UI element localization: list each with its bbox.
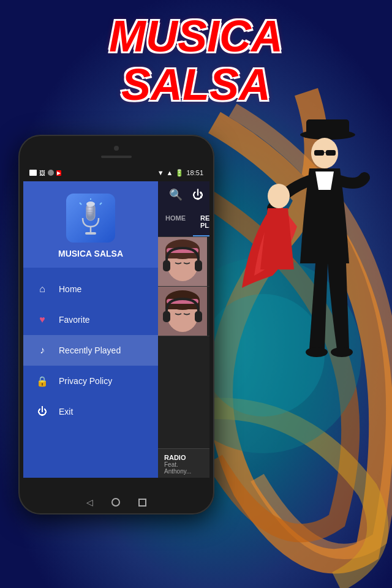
menu-label-exit: Exit xyxy=(59,407,73,417)
svg-point-10 xyxy=(331,347,353,357)
tab-recently-played[interactable]: RECENTLY PL... xyxy=(193,208,209,236)
home-icon: ⌂ xyxy=(36,282,49,296)
nav-home-button[interactable] xyxy=(111,498,120,507)
signal-icon: ▲ xyxy=(167,169,173,176)
now-playing-track: Feat. Anthony... xyxy=(164,461,203,475)
svg-line-21 xyxy=(80,203,81,205)
status-left-icons: 🖼 ▶ xyxy=(29,170,61,176)
time-display: 18:51 xyxy=(186,169,203,176)
now-playing-bar: RADIO Feat. Anthony... ⏸ xyxy=(158,448,209,478)
heart-icon: ♥ xyxy=(36,313,49,326)
exit-icon: ⏻ xyxy=(36,405,49,418)
drawer-menu: ⌂ Home ♥ Favorite ♪ Recently Played xyxy=(23,268,158,478)
menu-item-favorite[interactable]: ♥ Favorite xyxy=(23,304,158,335)
power-button[interactable]: ⏻ xyxy=(192,189,203,202)
station-item-2[interactable]: RADIO xyxy=(158,287,209,336)
now-playing-station: RADIO xyxy=(164,454,203,461)
svg-rect-4 xyxy=(306,119,349,138)
station-item-1[interactable]: MAS LATINA 9... ⋮ xyxy=(158,237,209,287)
svg-rect-18 xyxy=(85,232,96,235)
navigation-drawer: MUSICA SALSA ⌂ Home ♥ Favorite xyxy=(23,181,158,478)
battery-icon: 🔋 xyxy=(175,169,184,177)
pause-button[interactable]: ⏸ xyxy=(192,477,203,478)
svg-rect-7 xyxy=(326,150,336,156)
drawer-app-name: MUSICA SALSA xyxy=(58,249,123,258)
status-bar: 🖼 ▶ ▼ ▲ 🔋 18:51 xyxy=(23,164,209,181)
svg-point-11 xyxy=(268,184,290,208)
status-icon-youtube: ▶ xyxy=(56,170,61,176)
svg-rect-29 xyxy=(195,260,202,271)
station-thumb-1 xyxy=(158,237,207,286)
menu-label-recently-played: Recently Played xyxy=(59,345,121,355)
status-right-icons: ▼ ▲ 🔋 18:51 xyxy=(157,169,203,177)
status-icon-square xyxy=(29,170,37,176)
app-screen: MUSICA SALSA ⌂ Home ♥ Favorite xyxy=(23,181,209,478)
app-title: MUSICA SALSA xyxy=(0,12,392,109)
main-content: 🔍 ⏻ HOME RECENTLY PL... xyxy=(158,181,209,478)
drawer-header: MUSICA SALSA xyxy=(23,181,158,268)
title-line2: SALSA xyxy=(0,61,392,109)
menu-label-privacy: Privacy Policy xyxy=(59,376,112,386)
phone-device: 🖼 ▶ ▼ ▲ 🔋 18:51 xyxy=(18,135,214,514)
music-icon: ♪ xyxy=(36,344,49,357)
svg-rect-35 xyxy=(163,311,170,322)
phone-nav-bar: ◁ xyxy=(18,497,214,507)
status-icon-circle xyxy=(48,170,54,176)
lock-icon: 🔒 xyxy=(36,374,49,388)
title-line1: MUSICA xyxy=(0,12,392,61)
tab-home[interactable]: HOME xyxy=(158,208,193,236)
menu-item-home[interactable]: ⌂ Home xyxy=(23,274,158,304)
menu-item-recently-played[interactable]: ♪ Recently Played xyxy=(23,335,158,366)
svg-rect-6 xyxy=(314,150,324,156)
now-playing-controls: ⏸ xyxy=(164,477,203,478)
nav-back-button[interactable]: ◁ xyxy=(86,497,93,507)
svg-rect-36 xyxy=(195,311,202,322)
menu-item-privacy[interactable]: 🔒 Privacy Policy xyxy=(23,366,158,396)
station-info-2: RADIO xyxy=(207,303,209,320)
svg-point-19 xyxy=(86,202,95,206)
menu-item-exit[interactable]: ⏻ Exit xyxy=(23,396,158,427)
station-info-1: MAS LATINA 9... xyxy=(207,246,209,277)
menu-label-home: Home xyxy=(59,284,81,294)
menu-label-favorite: Favorite xyxy=(59,315,90,325)
svg-line-22 xyxy=(100,203,102,205)
dancer-illustration xyxy=(230,92,383,429)
phone-screen: 🖼 ▶ ▼ ▲ 🔋 18:51 xyxy=(23,164,209,478)
search-button[interactable]: 🔍 xyxy=(169,188,183,202)
nav-recent-button[interactable] xyxy=(138,499,146,507)
svg-point-9 xyxy=(306,347,328,357)
station-thumb-2 xyxy=(158,287,207,336)
wifi-icon: ▼ xyxy=(157,169,164,176)
app-logo xyxy=(66,194,115,243)
tab-bar: HOME RECENTLY PL... xyxy=(158,208,209,237)
status-icon-image: 🖼 xyxy=(39,170,45,176)
toolbar: 🔍 ⏻ xyxy=(158,181,209,208)
svg-rect-28 xyxy=(163,260,170,271)
station-list: MAS LATINA 9... ⋮ xyxy=(158,237,209,448)
